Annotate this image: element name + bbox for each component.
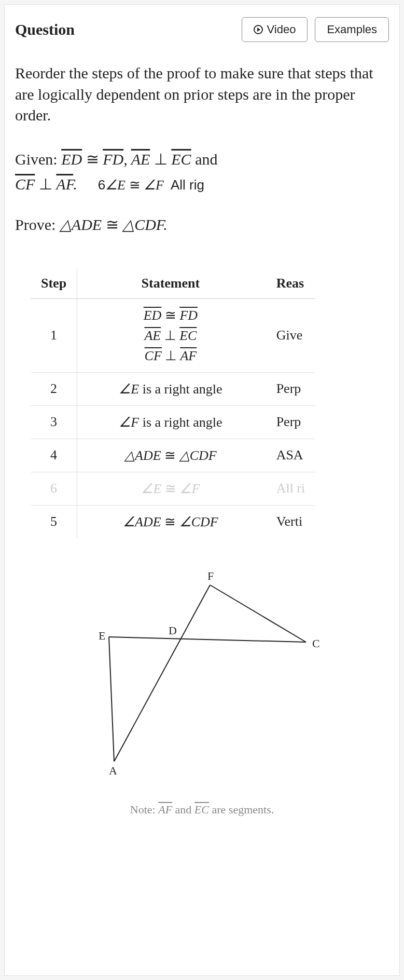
- diagram-wrap: F E D C A Note: AF and EC are segments.: [15, 559, 389, 816]
- label-d: D: [169, 624, 177, 637]
- svg-line-2: [114, 585, 210, 761]
- step-number: 2: [31, 372, 77, 405]
- statement-cell: ∠E ≅ ∠F: [77, 472, 264, 505]
- label-f: F: [207, 569, 214, 582]
- svg-line-3: [210, 585, 306, 642]
- and-text: and: [195, 151, 217, 168]
- seg-fd: FD: [103, 151, 123, 168]
- seg-ae: AE: [131, 151, 150, 168]
- video-button[interactable]: Video: [242, 17, 308, 42]
- geometry-diagram: F E D C A: [78, 564, 327, 782]
- label-c: C: [312, 637, 320, 650]
- seg-ec: EC: [171, 151, 191, 168]
- table-row-placeholder[interactable]: 6 ∠E ≅ ∠F All ri: [31, 472, 315, 505]
- label-a: A: [109, 764, 117, 777]
- reason-cell: Perp: [264, 372, 316, 405]
- col-statement: Statement: [77, 268, 264, 299]
- diagram-note: Note: AF and EC are segments.: [130, 803, 274, 816]
- question-label: Question: [15, 21, 75, 38]
- statement-cell: ∠ADE ≅ ∠CDF: [77, 505, 264, 538]
- play-icon: [254, 25, 263, 34]
- dragged-annotation[interactable]: 6∠E ≅ ∠F All rig: [98, 174, 204, 196]
- proof-table: Step Statement Reas 1 ED ≅ FD AE ⊥ EC CF…: [31, 268, 315, 538]
- svg-line-0: [109, 637, 306, 642]
- svg-line-1: [109, 637, 114, 761]
- step-number: 4: [31, 439, 77, 472]
- col-reason: Reas: [264, 268, 316, 299]
- statement-cell: ∠F is a right angle: [77, 405, 264, 439]
- step-number: 1: [31, 298, 77, 372]
- seg-af: AF: [56, 175, 73, 193]
- table-row[interactable]: 3 ∠F is a right angle Perp: [31, 405, 315, 439]
- table-row[interactable]: 2 ∠E is a right angle Perp: [31, 372, 315, 405]
- proof-table-wrap: Step Statement Reas 1 ED ≅ FD AE ⊥ EC CF…: [31, 268, 389, 538]
- header-row: Question Video Examples: [15, 17, 389, 42]
- given-block: Given: ED ≅ FD, AE ⊥ EC and CF ⊥ AF. 6∠E…: [15, 147, 389, 197]
- reason-cell: All ri: [264, 472, 316, 505]
- video-button-label: Video: [267, 23, 296, 36]
- given-label: Given:: [15, 151, 58, 168]
- reason-cell: Verti: [264, 505, 316, 538]
- step-number: 3: [31, 405, 77, 439]
- prove-block: Prove: △ADE ≅ △CDF.: [15, 212, 389, 237]
- step-number: 5: [31, 505, 77, 538]
- prove-label: Prove:: [15, 216, 55, 233]
- step-number: 6: [31, 472, 77, 505]
- question-page: Question Video Examples Reorder the step…: [4, 4, 400, 976]
- table-row[interactable]: 4 △ADE ≅ △CDF ASA: [31, 439, 315, 472]
- reason-cell: Give: [264, 298, 316, 372]
- table-header-row: Step Statement Reas: [31, 268, 315, 299]
- reason-cell: ASA: [264, 439, 316, 472]
- instructions-text: Reorder the steps of the proof to make s…: [15, 63, 389, 126]
- label-e: E: [99, 629, 105, 642]
- seg-ed: ED: [61, 151, 82, 168]
- seg-cf: CF: [15, 175, 35, 193]
- table-row[interactable]: 1 ED ≅ FD AE ⊥ EC CF ⊥ AF Give: [31, 298, 315, 372]
- statement-cell: ∠E is a right angle: [77, 372, 264, 405]
- statement-cell: ED ≅ FD AE ⊥ EC CF ⊥ AF: [77, 298, 264, 372]
- col-step: Step: [31, 268, 77, 299]
- drag-step-num: 6: [98, 177, 105, 193]
- header-buttons: Video Examples: [242, 17, 389, 42]
- statement-cell: △ADE ≅ △CDF: [77, 439, 264, 472]
- reason-cell: Perp: [264, 405, 316, 439]
- examples-button-label: Examples: [327, 23, 377, 36]
- table-row[interactable]: 5 ∠ADE ≅ ∠CDF Verti: [31, 505, 315, 538]
- examples-button[interactable]: Examples: [315, 17, 389, 42]
